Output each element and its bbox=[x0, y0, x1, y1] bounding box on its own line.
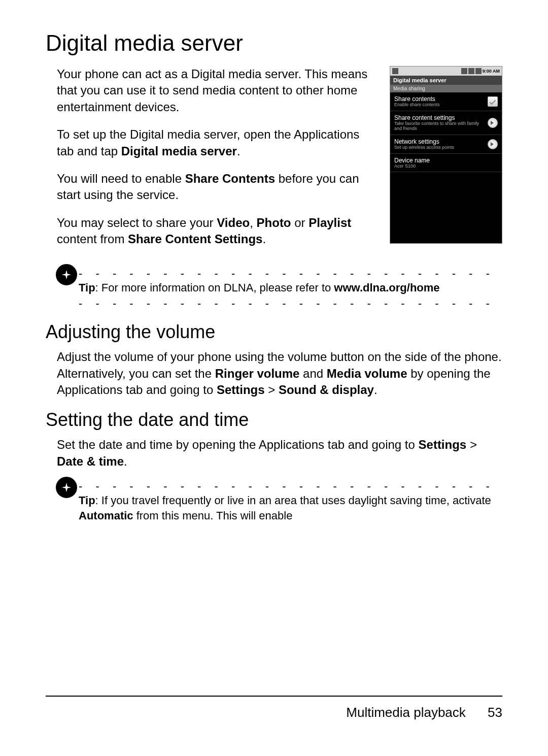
tip-label: Tip bbox=[79, 281, 95, 294]
tip-block: - - - - - - - - - - - - - - - - - - - - … bbox=[46, 481, 502, 523]
footer-section: Multimedia playback bbox=[346, 705, 466, 720]
tip-icon bbox=[56, 477, 77, 498]
list-item-sub: Take favorite contents to share with fam… bbox=[394, 121, 488, 132]
list-item-title: Share contents bbox=[394, 95, 488, 103]
paragraph: Adjust the volume of your phone using th… bbox=[46, 349, 502, 398]
tip-block: - - - - - - - - - - - - - - - - - - - - … bbox=[46, 268, 502, 308]
tip-icon bbox=[56, 264, 77, 285]
tip-label: Tip bbox=[79, 494, 95, 507]
paragraph: You may select to share your Video, Phot… bbox=[46, 215, 380, 248]
text: . bbox=[124, 454, 127, 468]
text: You may select to share your bbox=[57, 216, 217, 229]
text: and bbox=[299, 367, 326, 380]
text-bold: Digital media server bbox=[121, 144, 237, 158]
divider: - - - - - - - - - - - - - - - - - - - - … bbox=[79, 481, 502, 490]
text: Set the date and time by opening the App… bbox=[57, 438, 419, 451]
signal-icon bbox=[468, 68, 474, 74]
list-item[interactable]: Share content settings Take favorite con… bbox=[390, 111, 502, 135]
text: . bbox=[237, 144, 241, 158]
status-time: 9:00 AM bbox=[483, 69, 500, 74]
text-bold: Date & time bbox=[57, 454, 124, 468]
text: > bbox=[265, 383, 279, 397]
text-bold: Settings bbox=[419, 438, 467, 451]
text-bold: Photo bbox=[257, 216, 291, 229]
network-3g-icon bbox=[461, 68, 467, 74]
list-item[interactable]: Device name Acer S100 bbox=[390, 154, 502, 173]
text-bold: Video bbox=[217, 216, 250, 229]
text-bold: Playlist bbox=[309, 216, 351, 229]
phone-title: Digital media server bbox=[390, 76, 502, 85]
text: from this menu. This will enable bbox=[133, 509, 293, 522]
paragraph: Set the date and time by opening the App… bbox=[46, 437, 502, 470]
text-bold: Automatic bbox=[79, 509, 133, 522]
phone-section: Media sharing bbox=[390, 85, 502, 92]
phone-statusbar: 9:00 AM bbox=[390, 67, 502, 76]
divider: - - - - - - - - - - - - - - - - - - - - … bbox=[79, 298, 502, 307]
list-item-title: Network settings bbox=[394, 138, 488, 145]
text-bold: Settings bbox=[217, 383, 265, 397]
text: content from bbox=[57, 232, 128, 246]
footer-divider bbox=[46, 696, 502, 697]
page-footer: Multimedia playback 53 bbox=[46, 696, 502, 720]
text-bold: Share Content Settings bbox=[128, 232, 262, 246]
text-bold: Media volume bbox=[327, 367, 407, 380]
list-item[interactable]: Network settings Set up wireless access … bbox=[390, 135, 502, 154]
text: You will need to enable bbox=[57, 172, 185, 185]
paragraph: You will need to enable Share Contents b… bbox=[46, 171, 380, 204]
chevron-right-icon[interactable] bbox=[488, 139, 498, 149]
list-item[interactable]: Share contents Enable share contents bbox=[390, 92, 502, 111]
phone-screenshot: 9:00 AM Digital media server Media shari… bbox=[390, 66, 502, 244]
link-text: www.dlna.org/home bbox=[334, 281, 439, 294]
battery-icon bbox=[475, 68, 482, 74]
text: . bbox=[374, 383, 378, 397]
list-item-sub: Enable share contents bbox=[394, 103, 488, 108]
chevron-right-icon[interactable] bbox=[488, 118, 498, 128]
tip-text: Tip: If you travel frequently or live in… bbox=[79, 493, 502, 523]
divider: - - - - - - - - - - - - - - - - - - - - … bbox=[79, 268, 502, 277]
text: . bbox=[262, 232, 266, 246]
list-item-title: Device name bbox=[394, 157, 498, 164]
phone-empty-area bbox=[390, 172, 502, 243]
paragraph: To set up the Digital media server, open… bbox=[46, 126, 380, 159]
text: > bbox=[466, 438, 477, 451]
list-item-sub: Acer S100 bbox=[394, 164, 498, 169]
text-bold: Ringer volume bbox=[215, 367, 300, 380]
text-bold: Sound & display bbox=[279, 383, 374, 397]
text-bold: Share Contents bbox=[185, 172, 275, 185]
text: , bbox=[250, 216, 256, 229]
text: or bbox=[291, 216, 309, 229]
page-title: Digital media server bbox=[46, 30, 502, 56]
notification-icon bbox=[392, 68, 398, 74]
section-heading: Adjusting the volume bbox=[46, 321, 502, 343]
section-heading: Setting the date and time bbox=[46, 409, 502, 431]
tip-text: Tip: For more information on DLNA, pleas… bbox=[79, 280, 502, 295]
paragraph: Your phone can act as a Digital media se… bbox=[46, 66, 380, 115]
list-item-title: Share content settings bbox=[394, 114, 488, 121]
list-item-sub: Set up wireless access points bbox=[394, 145, 488, 150]
checkbox-icon[interactable] bbox=[488, 96, 498, 107]
page-number: 53 bbox=[488, 705, 502, 720]
text: : For more information on DLNA, please r… bbox=[95, 281, 334, 294]
text: : If you travel frequently or live in an… bbox=[95, 494, 491, 507]
